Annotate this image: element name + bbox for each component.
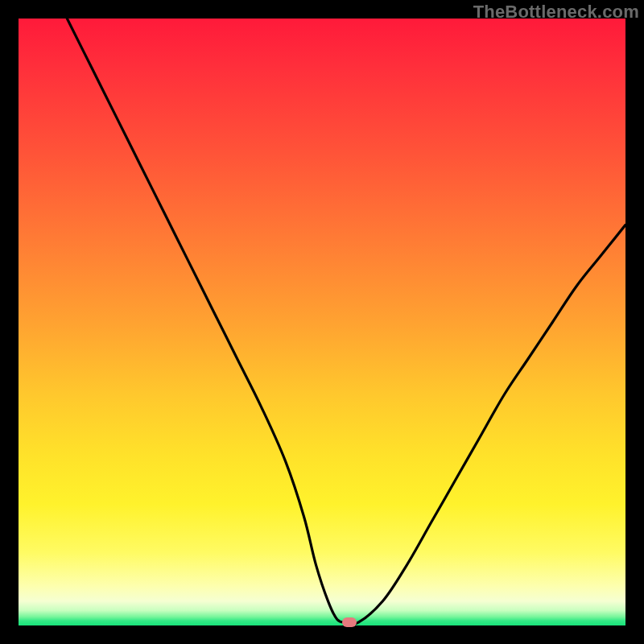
- optimal-point-marker: [342, 617, 357, 627]
- chart-frame: TheBottleneck.com: [0, 0, 644, 644]
- bottleneck-curve: [19, 19, 625, 625]
- plot-area: [19, 19, 625, 625]
- watermark-text: TheBottleneck.com: [473, 2, 639, 23]
